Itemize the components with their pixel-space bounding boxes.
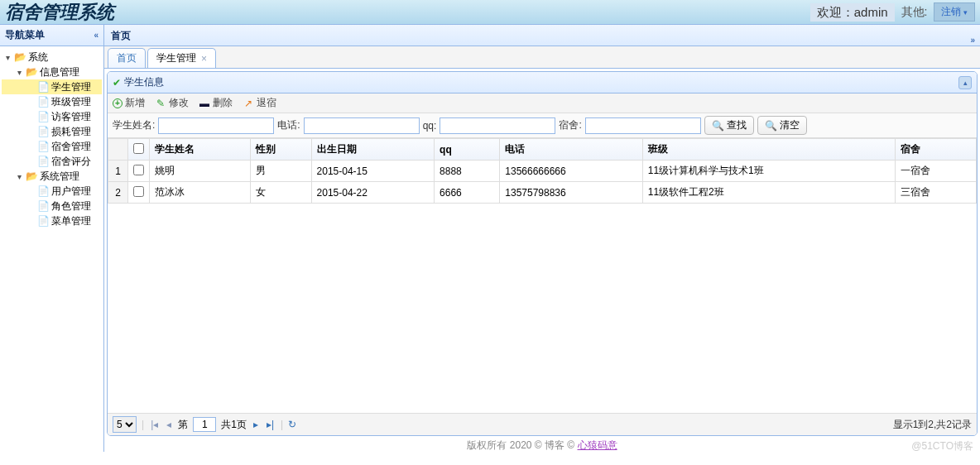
panel-title: 学生信息 <box>124 75 164 89</box>
page-icon: 📄 <box>36 80 50 93</box>
clear-button[interactable]: 🔍清空 <box>757 116 807 135</box>
page-icon: 📄 <box>36 140 50 153</box>
search-qq-input[interactable] <box>440 117 555 134</box>
nav-item[interactable]: 📄宿舍管理 <box>2 139 102 154</box>
page-icon: 📄 <box>36 185 50 198</box>
next-page-button[interactable]: ▸ <box>252 419 260 430</box>
checkbox-header[interactable] <box>128 139 150 161</box>
page-pre-label: 第 <box>178 418 188 432</box>
col-header[interactable]: 学生姓名 <box>150 139 251 161</box>
watermark: @51CTO博客 <box>911 439 973 453</box>
search-name-input[interactable] <box>158 117 274 134</box>
first-page-button[interactable]: |◂ <box>149 419 160 430</box>
nav-title: 导航菜单 <box>5 28 45 42</box>
prev-page-button[interactable]: ◂ <box>165 419 173 430</box>
page-icon: 📄 <box>36 110 50 123</box>
close-icon[interactable]: × <box>201 53 207 65</box>
search-tel-input[interactable] <box>304 117 420 134</box>
welcome-text: 欢迎：admin <box>810 3 895 22</box>
footer: 版权所有 2020 © 博客 © 心猿码意 <box>104 439 980 452</box>
arrow-out-icon: ↗ <box>243 98 254 109</box>
label-dorm: 宿舍: <box>559 118 581 132</box>
search-icon: 🔍 <box>712 120 724 132</box>
edit-button[interactable]: ✎修改 <box>155 96 189 110</box>
minus-icon: ▬ <box>199 98 210 109</box>
page-icon: 📄 <box>36 125 50 138</box>
plus-icon: + <box>113 98 122 108</box>
label-name: 学生姓名: <box>113 118 155 132</box>
logout-button[interactable]: 注销 <box>934 2 975 22</box>
nav-item[interactable]: ▾📂系统 <box>2 50 102 65</box>
page-size-select[interactable]: 5 <box>113 416 137 433</box>
nav-item[interactable]: ▾📂系统管理 <box>2 169 102 184</box>
page-post-label: 共1页 <box>221 418 247 432</box>
other-label: 其他: <box>895 5 934 20</box>
panel-student-info: ✔ 学生信息 ▴ +新增 ✎修改 ▬删除 ↗退宿 学生姓名: 电话: qq: 宿… <box>107 71 978 436</box>
nav-item[interactable]: 📄班级管理 <box>2 94 102 109</box>
nav-item[interactable]: 📄学生管理 <box>2 79 102 94</box>
refresh-button[interactable]: ↻ <box>288 419 296 430</box>
search-icon: 🔍 <box>765 120 777 132</box>
col-header[interactable]: qq <box>435 139 500 161</box>
label-tel: 电话: <box>277 118 300 132</box>
nav-item[interactable]: 📄损耗管理 <box>2 124 102 139</box>
rownum-header <box>108 139 128 161</box>
nav-tree: ▾📂系统▾📂信息管理📄学生管理📄班级管理📄访客管理📄损耗管理📄宿舍管理📄宿舍评分… <box>0 46 103 232</box>
nav-item[interactable]: ▾📂信息管理 <box>2 65 102 79</box>
search-button[interactable]: 🔍查找 <box>704 116 754 135</box>
footer-link[interactable]: 心猿码意 <box>578 439 617 451</box>
page-icon: 📄 <box>36 199 50 213</box>
page-icon: 📄 <box>36 214 50 228</box>
search-dorm-input[interactable] <box>585 117 701 134</box>
col-header[interactable]: 宿舍 <box>896 139 977 161</box>
col-header[interactable]: 电话 <box>500 139 642 161</box>
breadcrumb: 首页 <box>111 30 131 41</box>
collapse-panel-icon[interactable]: ▴ <box>958 76 972 89</box>
nav-item[interactable]: 📄宿舍评分 <box>2 154 102 169</box>
pager-info: 显示1到2,共2记录 <box>893 418 972 432</box>
page-icon: 📄 <box>36 155 50 168</box>
tab-bar: 首页学生管理× <box>104 46 980 69</box>
label-qq: qq: <box>423 120 437 132</box>
table-row[interactable]: 2范冰冰女2015-04-2266661357579883611级软件工程2班三… <box>108 182 977 204</box>
data-table: 学生姓名性别出生日期qq电话班级宿舍 1姚明男2015-04-158888135… <box>108 138 977 204</box>
col-header[interactable]: 出生日期 <box>311 139 434 161</box>
row-checkbox[interactable] <box>133 165 144 175</box>
check-icon: ✔ <box>113 77 121 89</box>
table-row[interactable]: 1姚明男2015-04-1588881356666666611级计算机科学与技术… <box>108 161 977 182</box>
folder-open-icon: 📂 <box>13 50 26 64</box>
tab[interactable]: 学生管理× <box>147 48 216 68</box>
collapse-east-icon[interactable]: » <box>970 30 975 51</box>
nav-item[interactable]: 📄菜单管理 <box>2 213 102 228</box>
tab[interactable]: 首页 <box>108 48 146 68</box>
page-icon: 📄 <box>36 95 50 108</box>
nav-item[interactable]: 📄角色管理 <box>2 199 102 213</box>
folder-open-icon: 📂 <box>25 65 38 79</box>
page-number-input[interactable] <box>193 417 216 432</box>
delete-button[interactable]: ▬删除 <box>199 96 233 110</box>
nav-item[interactable]: 📄用户管理 <box>2 184 102 199</box>
col-header[interactable]: 班级 <box>642 139 895 161</box>
app-title: 宿舍管理系统 <box>0 0 810 25</box>
nav-item[interactable]: 📄访客管理 <box>2 109 102 124</box>
row-checkbox[interactable] <box>133 186 144 197</box>
pencil-icon: ✎ <box>155 98 166 109</box>
col-header[interactable]: 性别 <box>250 139 311 161</box>
add-button[interactable]: +新增 <box>113 96 145 110</box>
checkout-button[interactable]: ↗退宿 <box>243 96 276 110</box>
sidebar: 导航菜单 « ▾📂系统▾📂信息管理📄学生管理📄班级管理📄访客管理📄损耗管理📄宿舍… <box>0 25 104 452</box>
collapse-west-icon[interactable]: « <box>94 31 98 40</box>
folder-open-icon: 📂 <box>25 170 38 183</box>
last-page-button[interactable]: ▸| <box>265 419 276 430</box>
